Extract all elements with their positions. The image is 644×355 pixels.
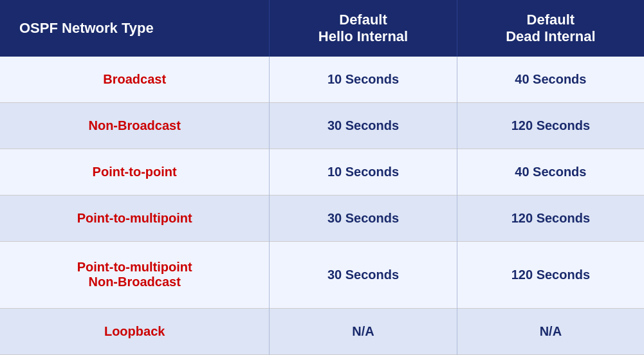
dead-interval-cell: 40 Seconds <box>457 57 644 102</box>
hello-interval-cell: 30 Seconds <box>270 195 457 241</box>
network-type-cell: Point-to-multipointNon-Broadcast <box>0 242 270 309</box>
network-type-cell: Loopback <box>0 308 270 354</box>
table-row: Broadcast10 Seconds40 Seconds <box>0 57 644 102</box>
dead-interval-cell: N/A <box>457 308 644 354</box>
hello-interval-cell: 30 Seconds <box>270 102 457 149</box>
network-type-cell: Point-to-point <box>0 149 270 195</box>
hello-interval-cell: 30 Seconds <box>270 242 457 309</box>
hello-interval-cell: 10 Seconds <box>270 149 457 195</box>
ospf-table: OSPF Network Type DefaultHello Internal … <box>0 0 644 355</box>
network-type-cell: Point-to-multipoint <box>0 195 270 241</box>
table-container: NW OSPF Network Type DefaultHello Intern… <box>0 0 644 355</box>
network-type-cell: Non-Broadcast <box>0 102 270 149</box>
header-col2: DefaultHello Internal <box>270 0 457 57</box>
header-row: OSPF Network Type DefaultHello Internal … <box>0 0 644 57</box>
table-row: LoopbackN/AN/A <box>0 308 644 354</box>
dead-interval-cell: 120 Seconds <box>457 195 644 241</box>
table-row: Point-to-multipointNon-Broadcast30 Secon… <box>0 242 644 309</box>
hello-interval-cell: 10 Seconds <box>270 57 457 102</box>
dead-interval-cell: 120 Seconds <box>457 102 644 149</box>
table-row: Non-Broadcast30 Seconds120 Seconds <box>0 102 644 149</box>
hello-interval-cell: N/A <box>270 308 457 354</box>
dead-interval-cell: 120 Seconds <box>457 242 644 309</box>
table-row: Point-to-multipoint30 Seconds120 Seconds <box>0 195 644 241</box>
dead-interval-cell: 40 Seconds <box>457 149 644 195</box>
table-row: Point-to-point10 Seconds40 Seconds <box>0 149 644 195</box>
network-type-cell: Broadcast <box>0 57 270 102</box>
header-col3: DefaultDead Internal <box>457 0 644 57</box>
header-col1: OSPF Network Type <box>0 0 270 57</box>
